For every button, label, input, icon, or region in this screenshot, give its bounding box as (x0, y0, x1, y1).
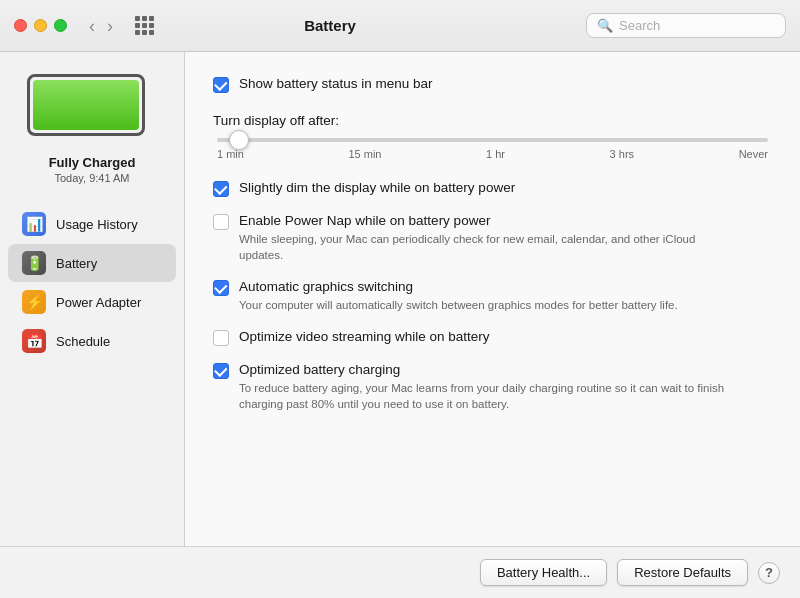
show-battery-label: Show battery status in menu bar (239, 76, 433, 91)
sidebar-item-label-schedule: Schedule (56, 334, 110, 349)
bottom-bar: Battery Health... Restore Defaults ? (0, 546, 800, 598)
sidebar-item-battery[interactable]: 🔋 Battery (8, 244, 176, 282)
auto-graphics-checkbox[interactable] (213, 280, 229, 296)
video-streaming-checkbox[interactable] (213, 330, 229, 346)
sidebar-item-usage-history[interactable]: 📊 Usage History (8, 205, 176, 243)
tick-15min: 15 min (348, 148, 381, 160)
traffic-lights (14, 19, 67, 32)
slider-label: Turn display off after: (213, 113, 772, 128)
turn-display-off-section: Turn display off after: 1 min 15 min 1 h… (213, 113, 772, 160)
battery-body (27, 74, 145, 136)
sidebar-item-schedule[interactable]: 📅 Schedule (8, 322, 176, 360)
slider-container: 1 min 15 min 1 hr 3 hrs Never (213, 138, 772, 160)
schedule-icon: 📅 (22, 329, 46, 353)
main-content: Fully Charged Today, 9:41 AM 📊 Usage His… (0, 52, 800, 546)
optimized-charging-desc: To reduce battery aging, your Mac learns… (239, 380, 729, 412)
search-input[interactable] (619, 18, 775, 33)
close-button[interactable] (14, 19, 27, 32)
optimized-charging-option: Optimized battery charging To reduce bat… (213, 362, 772, 412)
battery-terminal (144, 94, 145, 116)
window-title: Battery (86, 17, 574, 34)
slider-ticks: 1 min 15 min 1 hr 3 hrs Never (217, 148, 768, 160)
battery-fill (33, 80, 139, 130)
tick-never: Never (739, 148, 768, 160)
dim-display-label: Slightly dim the display while on batter… (239, 180, 515, 195)
show-battery-option: Show battery status in menu bar (213, 76, 772, 93)
show-battery-checkbox[interactable] (213, 77, 229, 93)
restore-defaults-button[interactable]: Restore Defaults (617, 559, 748, 586)
power-nap-checkbox[interactable] (213, 214, 229, 230)
battery-status-label: Fully Charged (49, 155, 136, 170)
sidebar-item-label-battery: Battery (56, 256, 97, 271)
sidebar-item-label-usage: Usage History (56, 217, 138, 232)
sidebar-items: 📊 Usage History 🔋 Battery ⚡ Power Adapte… (0, 204, 184, 361)
power-nap-label: Enable Power Nap while on battery power (239, 213, 729, 228)
auto-graphics-option: Automatic graphics switching Your comput… (213, 279, 772, 313)
tick-1hr: 1 hr (486, 148, 505, 160)
dim-display-checkbox[interactable] (213, 181, 229, 197)
search-icon: 🔍 (597, 18, 613, 33)
minimize-button[interactable] (34, 19, 47, 32)
sidebar: Fully Charged Today, 9:41 AM 📊 Usage His… (0, 52, 185, 546)
slider-track[interactable] (217, 138, 768, 142)
video-streaming-label: Optimize video streaming while on batter… (239, 329, 490, 344)
battery-graphic (27, 68, 157, 143)
auto-graphics-label: Automatic graphics switching (239, 279, 678, 294)
battery-health-button[interactable]: Battery Health... (480, 559, 607, 586)
power-nap-option: Enable Power Nap while on battery power … (213, 213, 772, 263)
tick-3hrs: 3 hrs (610, 148, 634, 160)
optimized-charging-label: Optimized battery charging (239, 362, 729, 377)
sidebar-item-label-power: Power Adapter (56, 295, 141, 310)
video-streaming-option: Optimize video streaming while on batter… (213, 329, 772, 346)
usage-history-icon: 📊 (22, 212, 46, 236)
dim-display-option: Slightly dim the display while on batter… (213, 180, 772, 197)
battery-nav-icon: 🔋 (22, 251, 46, 275)
battery-status-time: Today, 9:41 AM (49, 172, 136, 184)
maximize-button[interactable] (54, 19, 67, 32)
optimized-charging-checkbox[interactable] (213, 363, 229, 379)
battery-status: Fully Charged Today, 9:41 AM (49, 155, 136, 184)
slider-thumb[interactable] (229, 130, 249, 150)
auto-graphics-desc: Your computer will automatically switch … (239, 297, 678, 313)
power-adapter-icon: ⚡ (22, 290, 46, 314)
sidebar-item-power-adapter[interactable]: ⚡ Power Adapter (8, 283, 176, 321)
help-button[interactable]: ? (758, 562, 780, 584)
settings-panel: Show battery status in menu bar Turn dis… (185, 52, 800, 546)
titlebar: ‹ › Battery 🔍 (0, 0, 800, 52)
power-nap-desc: While sleeping, your Mac can periodicall… (239, 231, 729, 263)
search-box[interactable]: 🔍 (586, 13, 786, 38)
